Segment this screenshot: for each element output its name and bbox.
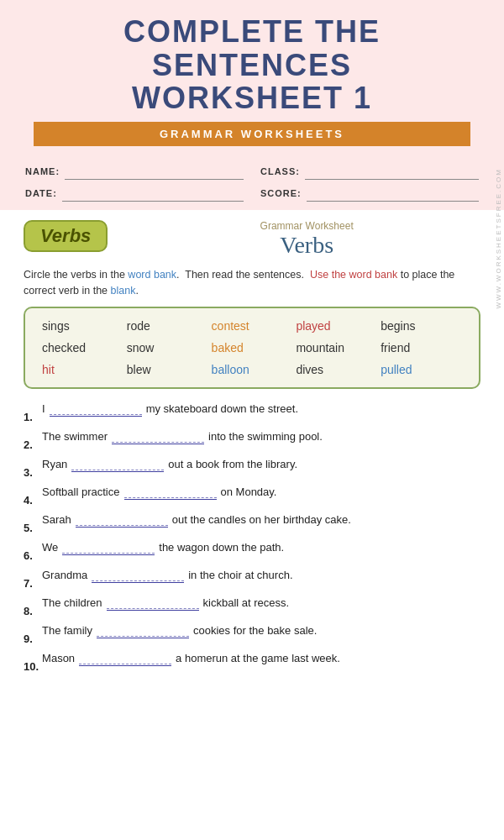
sentence-number: 8. [24,596,39,617]
sentence-text: kickball at recess. [203,596,290,611]
score-input[interactable] [307,185,479,202]
word-bank-cell: friend [379,339,464,357]
sentence-text: The family [42,624,92,638]
sentence-item: 5.Sarahout the candles on her birthday c… [24,513,480,534]
sentence-item: 4.Softball practiceon Monday. [24,486,480,507]
blank-bottom-line [112,444,204,444]
class-row: CLASS: [260,163,479,180]
sentence-text: The children [42,596,102,611]
date-input[interactable] [62,185,244,202]
name-row: NAME: [25,163,244,180]
word-bank-cell: snow [125,339,210,357]
class-input[interactable] [305,163,479,180]
score-label: SCORE: [260,188,302,198]
form-area: NAME: CLASS: DATE: SCORE: [0,155,504,210]
class-label: CLASS: [260,166,300,176]
word-bank-cell: contest [210,317,295,335]
blank-top-dash [92,580,184,581]
blank-top-dash [76,525,168,526]
sentence-item: 9.The familycookies for the bake sale. [24,624,480,645]
sentence-text: cookies for the bake sale. [193,624,317,638]
sentence-text: in the choir at church. [188,569,292,583]
sentence-number: 3. [24,458,39,479]
sentence-number: 6. [24,541,39,562]
blank-bottom-line [71,471,164,472]
blank-top-dash [50,414,142,415]
sentence-text: out a book from the library. [168,458,297,472]
sentence-item: 6.Wethe wagon down the path. [24,541,480,562]
blank-top-dash [124,497,217,498]
date-label: DATE: [25,188,57,198]
word-bank-cell: begins [379,317,464,335]
blank-bottom-line [79,665,171,666]
word-bank-cell: baked [210,339,295,357]
sentence-item: 3.Ryanout a book from the library. [24,458,480,479]
sentence-item: 2.The swimmerinto the swimming pool. [24,430,480,451]
sentence-number: 10. [24,652,39,673]
blank-top-dash [112,442,204,443]
sentence-body: The swimmerinto the swimming pool. [42,430,480,444]
sentence-text: Softball practice [42,486,120,500]
sentence-body: Softball practiceon Monday. [42,486,480,500]
sentence-text: into the swimming pool. [208,430,323,444]
sentence-text: Ryan [42,458,67,472]
blank-bottom-line [97,638,189,638]
verb-box: Verbs [24,220,108,252]
blank-bottom-line [92,582,184,583]
name-input[interactable] [65,163,244,180]
sentence-item: 1.Imy skateboard down the street. [24,402,480,423]
blank-field [124,497,217,500]
main-content: Verbs Grammar Worksheet Verbs Circle the… [0,210,504,690]
sentence-item: 7.Grandmain the choir at church. [24,569,480,590]
page: COMPLETE THE SENTENCES WORKSHEET 1 GRAMM… [0,0,504,840]
word-bank-grid: singsrodecontestplayedbeginscheckedsnowb… [40,317,464,379]
banner: GRAMMAR WORKSHEETS [34,122,470,146]
blank-field [97,636,189,638]
sentence-text: on Monday. [221,486,277,500]
blank-field [62,553,155,555]
blank-field [112,442,204,444]
sentence-body: Imy skateboard down the street. [42,402,480,417]
blank-field [50,414,142,417]
sentence-text: a homerun at the game last week. [176,652,340,666]
sentence-text: Grandma [42,569,87,583]
blank-top-dash [107,608,199,609]
blank-top-dash [97,636,189,637]
sentence-body: Grandmain the choir at church. [42,569,480,583]
blank-field [79,664,171,666]
sidebar-label: WWW.WORKSHEETSFREE.COM [495,168,502,309]
word-bank-cell: played [294,317,379,335]
sentence-body: Wethe wagon down the path. [42,541,480,555]
sentence-text: We [42,541,58,555]
score-row: SCORE: [260,185,479,202]
word-bank-cell: blew [125,360,210,379]
name-label: NAME: [25,166,60,176]
blank-bottom-line [76,527,168,528]
blank-field [107,608,199,611]
sentences-list: 1.Imy skateboard down the street.2.The s… [24,402,480,673]
word-bank-cell: mountain [294,339,379,357]
sentence-number: 1. [24,402,39,423]
header: COMPLETE THE SENTENCES WORKSHEET 1 GRAMM… [0,0,504,155]
sentence-text: Sarah [42,513,71,528]
blank-top-dash [62,553,155,554]
instruction: Circle the verbs in the word bank. Then … [24,267,480,299]
sentence-body: The familycookies for the bake sale. [42,624,480,638]
date-row: DATE: [25,185,244,202]
word-bank-cell: balloon [210,360,295,379]
sentence-body: Ryanout a book from the library. [42,458,480,472]
sentence-item: 8.The childrenkickball at recess. [24,596,480,617]
sentence-body: Sarahout the candles on her birthday cak… [42,513,480,528]
sentence-text: the wagon down the path. [159,541,284,555]
blank-field [92,580,184,583]
sentence-text: The swimmer [42,430,108,444]
word-bank: singsrodecontestplayedbeginscheckedsnowb… [24,307,480,389]
page-title: COMPLETE THE SENTENCES WORKSHEET 1 [34,15,470,115]
blank-bottom-line [107,610,199,611]
word-bank-cell: sings [40,317,125,335]
sentence-text: Mason [42,652,75,666]
blank-bottom-line [62,554,155,555]
sentence-text: I [42,402,45,417]
sentence-number: 4. [24,486,39,507]
sentence-body: The childrenkickball at recess. [42,596,480,611]
